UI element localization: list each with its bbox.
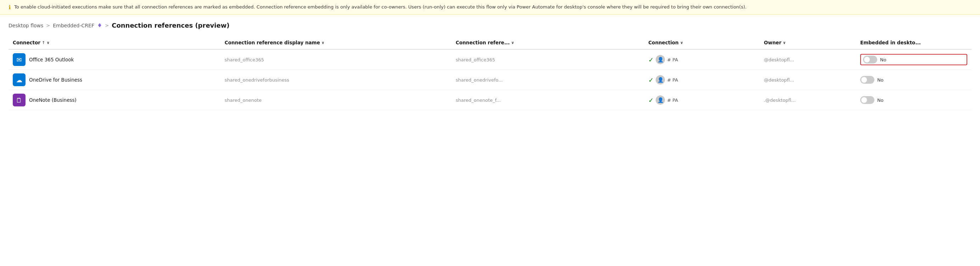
breadcrumb: Desktop flows > Embedded-CREF ♦ > Connec… [0,14,980,33]
connector-cell: ☁ OneDrive for Business [8,70,220,90]
connector-cell: ✉ Office 365 Outlook [8,49,220,70]
chevron-ref: ∨ [511,40,514,45]
ref-cell: shared_onenote_f... [452,90,644,110]
col-label-ref-display: Connection reference display name [225,40,320,45]
ref-cell: shared_onedrivefo... [452,70,644,90]
embedded-label: No [877,77,884,83]
ref-value: shared_onenote_f... [456,97,501,103]
col-label-owner: Owner [764,40,781,45]
table-row: ✉ Office 365 Outlook shared_office365 sh… [8,49,972,70]
col-header-connection[interactable]: Connection ∨ [644,36,760,49]
col-header-ref-display[interactable]: Connection reference display name ∨ [220,36,452,49]
embedded-cell: No [856,70,972,90]
connections-table: Connector ↑ ∨ Connection reference displ… [8,36,972,110]
breadcrumb-current: Connection references (preview) [111,22,229,29]
connection-value: .@desktopfl... [764,97,796,103]
sort-icon-connector: ↑ [42,40,45,45]
table-header-row: Connector ↑ ∨ Connection reference displ… [8,36,972,49]
connector-icon: 🗒 [13,94,25,107]
ref-display-cell: shared_onedriveforbusiness [220,70,452,90]
connector-name: Office 365 Outlook [29,57,74,62]
toggle-wrapper-highlighted: No [860,54,967,65]
breadcrumb-embedded-cref[interactable]: Embedded-CREF [53,23,94,29]
connector-icon: ☁ [13,73,25,86]
embedded-toggle[interactable] [860,76,874,84]
embedded-toggle[interactable] [863,56,877,64]
embedded-cell: No [856,90,972,110]
col-header-embedded: Embedded in deskto... [856,36,972,49]
owner-cell: .@desktopfl... [760,90,856,110]
connector-icon: ✉ [13,53,25,66]
ref-display-cell: shared_office365 [220,49,452,70]
embedded-cell: No [856,49,972,70]
pa-label: # PA [667,97,678,103]
ref-value: shared_office365 [456,57,495,62]
breadcrumb-separator-1: > [46,23,50,28]
col-label-ref: Connection refere... [456,40,510,45]
avatar: 👤 [656,55,665,64]
owner-cell: @desktopfl... [760,49,856,70]
banner-text: To enable cloud-initiated executions mak… [14,3,746,11]
ref-display-cell: shared_onenote [220,90,452,110]
embedded-label: No [880,57,886,62]
owner-cell: @desktopfl... [760,70,856,90]
col-label-connector: Connector [13,40,40,45]
connection-cell: ✓ 👤 # PA [644,90,760,110]
connector-name: OneDrive for Business [29,77,82,83]
chevron-ref-display: ∨ [321,40,325,45]
toggle-cell: No [860,96,967,104]
table-row: ☁ OneDrive for Business shared_onedrivef… [8,70,972,90]
check-icon: ✓ [648,76,654,84]
connection-value: @desktopfl... [764,77,794,83]
ref-display-value: shared_office365 [225,57,264,62]
breadcrumb-separator-2: > [105,23,109,28]
ref-display-value: shared_onenote [225,97,262,103]
main-content: Connector ↑ ∨ Connection reference displ… [0,33,980,119]
embedded-label: No [877,97,884,103]
connection-cell: ✓ 👤 # PA [644,49,760,70]
avatar: 👤 [656,96,665,105]
avatar: 👤 [656,75,665,84]
breadcrumb-diamond: ♦ [97,22,102,29]
info-icon: ℹ [8,4,11,11]
ref-display-value: shared_onedriveforbusiness [225,77,289,83]
connection-value: @desktopfl... [764,57,794,62]
col-header-owner[interactable]: Owner ∨ [760,36,856,49]
col-label-connection: Connection [648,40,679,45]
col-header-ref[interactable]: Connection refere... ∨ [452,36,644,49]
chevron-connector: ∨ [46,40,49,45]
ref-value: shared_onedrivefo... [456,77,503,83]
connection-cell: ✓ 👤 # PA [644,70,760,90]
connector-name: OneNote (Business) [29,97,76,103]
toggle-cell: No [860,76,967,84]
breadcrumb-desktop-flows[interactable]: Desktop flows [8,23,43,29]
info-banner: ℹ To enable cloud-initiated executions m… [0,0,980,14]
embedded-toggle[interactable] [860,96,874,104]
col-label-embedded: Embedded in deskto... [860,40,921,45]
connector-cell: 🗒 OneNote (Business) [8,90,220,110]
pa-label: # PA [667,77,678,83]
chevron-connection: ∨ [680,40,683,45]
table-row: 🗒 OneNote (Business) shared_onenote shar… [8,90,972,110]
chevron-owner: ∨ [783,40,786,45]
ref-cell: shared_office365 [452,49,644,70]
col-header-connector[interactable]: Connector ↑ ∨ [8,36,220,49]
pa-label: # PA [667,57,678,62]
check-icon: ✓ [648,56,654,64]
check-icon: ✓ [648,97,654,104]
